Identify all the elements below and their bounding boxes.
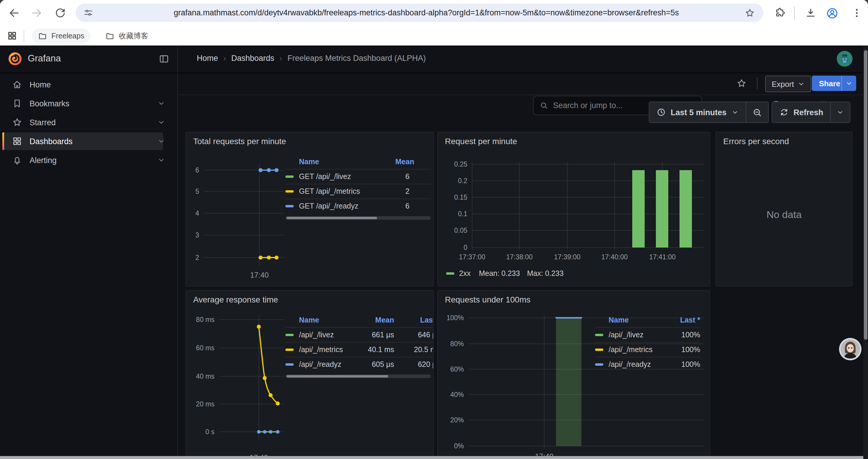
series-name: /api/_/metrics — [609, 346, 665, 354]
grafana-brand-label[interactable]: Grafana — [28, 53, 61, 64]
legend-row[interactable]: /api/_/livez 100% — [595, 327, 700, 342]
share-dropdown-button[interactable] — [841, 76, 856, 91]
user-avatar[interactable] — [837, 51, 852, 67]
folder-icon — [38, 31, 47, 41]
sidebar-main-divider — [177, 45, 178, 459]
chevron-down-icon[interactable] — [157, 118, 165, 126]
bookmark-label: 收藏博客 — [119, 31, 148, 41]
favorite-star-icon[interactable] — [736, 78, 747, 89]
legend-col-mean[interactable]: Mean — [353, 316, 394, 324]
legend-row[interactable]: /api/_/readyz 100% — [595, 357, 700, 371]
legend-col-last[interactable]: Last * — [665, 316, 700, 324]
clock-icon — [656, 107, 666, 117]
series-mean: 40.1 ms — [353, 346, 394, 354]
horizontal-scrollbar[interactable] — [0, 456, 863, 459]
export-label: Export — [772, 79, 794, 88]
downloads-icon[interactable] — [805, 7, 816, 19]
forward-icon[interactable] — [31, 7, 42, 19]
time-range-label: Last 5 minutes — [671, 108, 726, 117]
star-icon — [12, 117, 23, 128]
series-max: Max: 0.233 — [527, 269, 564, 277]
browser-menu-icon[interactable] — [851, 7, 863, 19]
legend-table: Name Mean Last * /api/_/livez 661 µs 646… — [285, 313, 434, 378]
series-swatch — [285, 363, 294, 366]
svg-text:17:41:00: 17:41:00 — [649, 253, 676, 261]
legend-col-name[interactable]: Name — [299, 158, 395, 166]
legend-scrollbar[interactable] — [285, 374, 431, 378]
site-settings-icon[interactable] — [83, 8, 93, 18]
series-swatch — [595, 349, 603, 351]
vertical-scrollbar-thumb[interactable] — [864, 50, 867, 340]
legend-col-mean[interactable]: Mean — [395, 158, 431, 166]
series-swatch — [285, 175, 294, 178]
series-mean: 6 — [395, 202, 431, 210]
bookmark-folder-blogs[interactable]: 收藏博客 — [99, 28, 154, 44]
floating-assistant-avatar[interactable] — [839, 338, 862, 360]
bookmark-star-icon[interactable] — [745, 8, 755, 18]
legend-row[interactable]: /api/_/metrics 40.1 ms 20.5 ms — [285, 342, 434, 357]
extensions-icon[interactable] — [774, 7, 785, 18]
chevron-down-icon[interactable] — [157, 137, 165, 145]
scrollbar-thumb[interactable] — [286, 217, 377, 219]
svg-text:60%: 60% — [450, 365, 464, 373]
series-swatch — [285, 190, 294, 193]
apps-grid-icon[interactable] — [7, 31, 17, 41]
refresh-interval-dropdown[interactable] — [831, 102, 850, 122]
sidebar-item-label: Dashboards — [30, 137, 73, 145]
folder-icon — [105, 31, 115, 41]
chevron-down-icon[interactable] — [157, 156, 165, 164]
back-icon[interactable] — [8, 7, 20, 19]
legend-table: Name Last * /api/_/livez 100% /api/_/met… — [595, 313, 700, 371]
svg-text:40 ms: 40 ms — [196, 372, 215, 380]
time-picker-group: Last 5 minutes — [649, 102, 769, 123]
series-swatch — [285, 334, 294, 336]
series-mean: 6 — [395, 172, 431, 181]
reload-icon[interactable] — [54, 7, 66, 19]
legend-col-last[interactable]: Last * — [394, 316, 434, 324]
panel-title[interactable]: Errors per second — [723, 136, 789, 146]
sidebar-item-dashboards[interactable]: Dashboards — [2, 132, 163, 150]
svg-text:4: 4 — [195, 209, 199, 217]
scrollbar-thumb[interactable] — [286, 375, 388, 378]
panel-average-response-time: Average response time 80 ms 60 ms 40 ms … — [186, 290, 434, 459]
legend-scrollbar[interactable] — [285, 216, 431, 220]
sidebar-item-starred[interactable]: Starred — [2, 113, 163, 131]
application-window: grafana.mathmast.com/d/deytv4rwavabkb/fr… — [0, 0, 868, 459]
series-last: 100% — [665, 331, 700, 339]
bookmarks-divider — [24, 30, 24, 42]
chevron-down-icon[interactable] — [157, 99, 165, 107]
svg-text:0.25: 0.25 — [454, 160, 467, 168]
browser-profile-icon[interactable] — [826, 7, 838, 19]
grafana-logo-icon[interactable] — [8, 52, 23, 66]
zoom-out-button[interactable] — [746, 102, 768, 122]
svg-text:2: 2 — [195, 254, 199, 261]
address-bar[interactable]: grafana.mathmast.com/d/deytv4rwavabkb/fr… — [75, 4, 764, 22]
sidebar-item-alerting[interactable]: Alerting — [2, 151, 163, 169]
sidebar-item-bookmarks[interactable]: Bookmarks — [2, 95, 163, 112]
series-name[interactable]: 2xx — [459, 269, 471, 277]
url-text[interactable]: grafana.mathmast.com/d/deytv4rwavabkb/fr… — [174, 4, 679, 22]
panel-requests-under-100ms: Requests under 100ms 100% 80% 60% 40% 20… — [437, 290, 710, 459]
legend-row[interactable]: /api/_/readyz 605 µs 620 µs — [285, 357, 434, 371]
series-name: /api/_/readyz — [299, 360, 353, 369]
bookmark-folder-freeleaps[interactable]: Freeleaps — [32, 28, 90, 44]
breadcrumb-dashboards[interactable]: Dashboards — [231, 54, 275, 63]
refresh-label: Refresh — [794, 108, 824, 117]
legend-row[interactable]: GET /api/_/metrics 2 — [285, 184, 431, 198]
refresh-button[interactable]: Refresh — [772, 102, 831, 122]
time-range-picker[interactable]: Last 5 minutes — [649, 102, 745, 122]
legend-col-name[interactable]: Name — [299, 316, 353, 324]
svg-text:17:40: 17:40 — [250, 271, 269, 279]
legend-row[interactable]: GET /api/_/readyz 6 — [285, 198, 431, 213]
legend-col-name[interactable]: Name — [609, 316, 665, 324]
legend-row[interactable]: GET /api/_/livez 6 — [285, 169, 431, 184]
sidebar-item-home[interactable]: Home — [2, 76, 163, 93]
series-last: 100% — [665, 360, 700, 369]
export-button[interactable]: Export — [765, 76, 811, 92]
legend-row[interactable]: /api/_/livez 661 µs 646 µs — [285, 327, 434, 342]
legend-header: Name Mean — [285, 155, 431, 169]
sidebar-item-label: Starred — [30, 118, 56, 127]
legend-row[interactable]: /api/_/metrics 100% — [595, 342, 700, 357]
sidebar-toggle-icon[interactable] — [158, 53, 169, 64]
breadcrumb-home[interactable]: Home — [197, 54, 218, 63]
